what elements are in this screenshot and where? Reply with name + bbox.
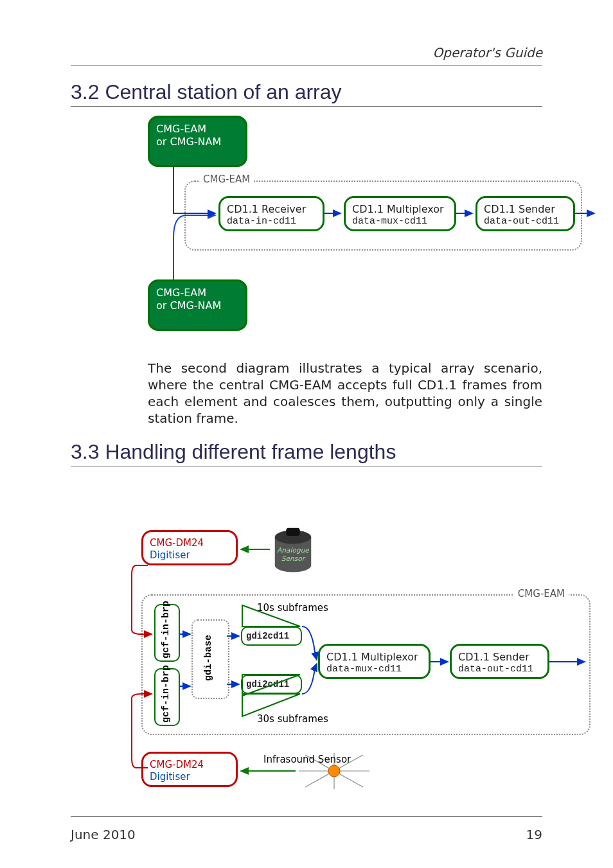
d1-multiplexor-cmd: data-mux-cd11 (352, 216, 448, 228)
d2-multiplexor-title: CD1.1 Multiplexor (326, 651, 422, 664)
section-3-2-title: 3.2 Central station of an array (71, 80, 542, 104)
d1-source-b-l1: CMG-EAM (156, 287, 239, 299)
d2-digitiser-bottom-l1: CMG-DM24 (150, 759, 229, 771)
analogue-sensor-icon: Analogue Sensor (270, 527, 316, 575)
d2-sender-box: CD1.1 Sender data-out-cd11 (450, 644, 549, 679)
d2-gdi-base-label: gdi-base (203, 636, 214, 681)
section-3-3-rule (71, 466, 542, 466)
d2-digitiser-bottom-l2: Digitiser (150, 771, 229, 783)
d2-30s-label: 30s subframes (257, 713, 328, 725)
d1-source-b: CMG-EAM or CMG-NAM (148, 279, 247, 331)
d2-sender-cmd: data-out-cd11 (458, 664, 541, 676)
section-3-2-text: Central station of an array (105, 80, 341, 103)
d2-multiplexor-cmd: data-mux-cd11 (326, 664, 422, 676)
d2-multiplexor-box: CD1.1 Multiplexor data-mux-cd11 (318, 644, 431, 679)
d2-digitiser-top-l2: Digitiser (150, 549, 229, 562)
section-3-3-num: 3.3 (71, 440, 99, 463)
diagram-frame-lengths: CMG-EAM CMG-DM24 Digitiser CMG-DM24 Digi… (129, 524, 591, 793)
d1-receiver-box: CD1.1 Receiver data-in-cd11 (218, 196, 324, 231)
section-3-2-rule (71, 106, 542, 107)
svg-text:Sensor: Sensor (281, 554, 306, 562)
d2-10s-label: 10s subframes (257, 602, 328, 614)
svg-text:Analogue: Analogue (277, 546, 310, 554)
d1-sender-box: CD1.1 Sender data-out-cd11 (475, 196, 575, 231)
header-rule (71, 66, 542, 66)
d1-source-a: CMG-EAM or CMG-NAM (148, 116, 247, 167)
running-head: Operator's Guide (432, 45, 542, 60)
d2-digitiser-top: CMG-DM24 Digitiser (141, 530, 238, 565)
d2-digitiser-bottom: CMG-DM24 Digitiser (141, 752, 238, 787)
d1-source-a-l1: CMG-EAM (156, 123, 239, 136)
d1-sender-title: CD1.1 Sender (484, 203, 567, 216)
section-3-3-text: Handling different frame lengths (105, 440, 396, 463)
paragraph-1: The second diagram illustrates a typical… (148, 360, 542, 427)
d1-receiver-title: CD1.1 Receiver (227, 203, 316, 216)
d2-gcf-in-brp-bottom-label: gcf-in-brp (161, 675, 172, 723)
diagram-central-station: CMG-EAM CMG-EAM or CMG-NAM CMG-EAM or CM… (148, 116, 588, 341)
svg-rect-3 (286, 528, 299, 536)
d2-infrasound-label: Infrasound Sensor (263, 754, 351, 765)
section-3-3-title: 3.3 Handling different frame lengths (71, 440, 542, 464)
footer-page-number: 19 (526, 827, 542, 842)
d1-receiver-cmd: data-in-cd11 (227, 216, 316, 228)
d2-digitiser-top-l1: CMG-DM24 (150, 537, 229, 549)
d2-sender-title: CD1.1 Sender (458, 651, 541, 664)
d2-gcf-in-brp-top-label: gcf-in-brp (161, 610, 172, 659)
d1-multiplexor-box: CD1.1 Multiplexor data-mux-cd11 (344, 196, 456, 231)
section-3-2-num: 3.2 (71, 80, 99, 103)
d1-sender-cmd: data-out-cd11 (484, 216, 567, 228)
svg-point-14 (328, 765, 340, 777)
d2-cmgeam-caption: CMG-EAM (514, 588, 569, 599)
d1-cmgeam-caption: CMG-EAM (199, 173, 254, 185)
d1-source-a-l2: or CMG-NAM (156, 136, 239, 148)
footer-date: June 2010 (71, 827, 136, 842)
d2-gdi2cd11-bottom-triangle (241, 673, 302, 718)
footer-rule (71, 816, 542, 817)
d1-multiplexor-title: CD1.1 Multiplexor (352, 203, 448, 216)
d1-source-b-l2: or CMG-NAM (156, 299, 239, 312)
